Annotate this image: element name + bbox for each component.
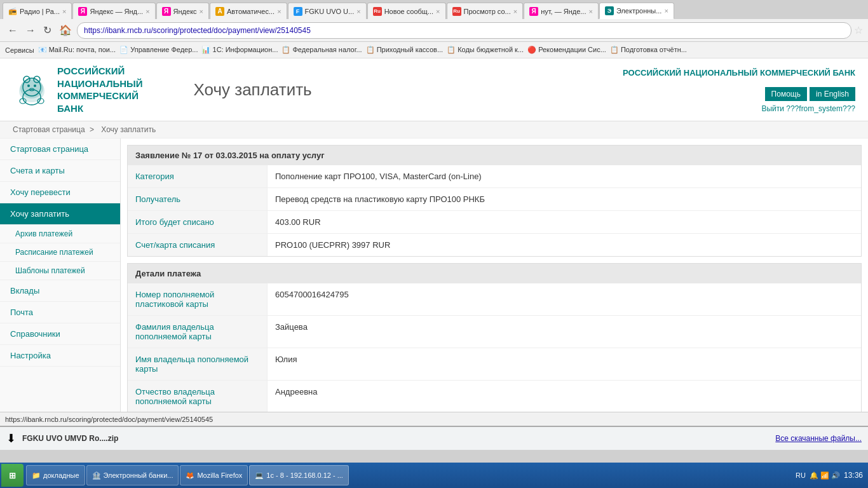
tab-close[interactable]: × — [588, 8, 592, 15]
taskbar-item-firefox[interactable]: 🦊 Mozilla Firefox — [180, 465, 248, 485]
sidebar-item-pay[interactable]: Хочу заплатить — [0, 203, 120, 225]
taskbar-item-label: Электронный банки... — [104, 471, 173, 479]
tab-label: нут, — Янде... — [541, 8, 586, 15]
bookmark-nalog[interactable]: 📋 Федеральная налог... — [281, 46, 362, 54]
logout-link[interactable]: Выйти ???from_system??? — [761, 104, 855, 113]
tab-close[interactable]: × — [513, 8, 517, 15]
tab-favicon: Я — [162, 7, 171, 16]
details-value-cardnum: 6054700016424795 — [268, 283, 861, 315]
tab-close[interactable]: × — [277, 8, 281, 15]
home-button[interactable]: 🏠 — [57, 23, 74, 37]
tab-yandex2[interactable]: Я Яндекс × — [156, 3, 209, 19]
bookmark-1c[interactable]: 📊 1С: Информацион... — [201, 46, 278, 54]
tab-msg[interactable]: Ru Новое сообщ... × — [367, 3, 446, 19]
details-section: Детали платежа Номер пополняемой пластик… — [127, 263, 862, 412]
sidebar-item-home[interactable]: Стартовая страница — [0, 139, 120, 160]
taskbar-item-ebank[interactable]: 🏦 Электронный банки... — [86, 465, 179, 485]
tab-favicon: А — [215, 7, 224, 16]
page-content: РОССИЙСКИЙ НАЦИОНАЛЬНЫЙ КОММЕРЧЕСКИЙ БАН… — [0, 58, 868, 412]
reload-button[interactable]: ↻ — [41, 23, 54, 37]
tab-label: Электронны... — [616, 7, 662, 15]
tab-close[interactable]: × — [436, 8, 440, 15]
taskbar-items: 📁 докладные 🏦 Электронный банки... 🦊 Moz… — [24, 464, 790, 487]
help-button[interactable]: Помощь — [765, 87, 807, 101]
tab-yandex1[interactable]: Я Яндекс — Янд... × — [72, 3, 155, 19]
sidebar-item-ref[interactable]: Справочники — [0, 323, 120, 345]
details-row-firstname: Имя владельца пополняемой карты Юлия — [128, 348, 861, 381]
tab-close[interactable]: × — [146, 8, 149, 15]
page-title: Хочу заплатить — [194, 80, 312, 100]
tab-auto[interactable]: А Автоматичес... × — [210, 3, 287, 19]
tab-close[interactable]: × — [356, 8, 360, 15]
breadcrumb-separator: > — [90, 125, 94, 134]
tab-favicon: 📻 — [8, 7, 17, 16]
content-area: Стартовая страница Счета и карты Хочу пе… — [0, 139, 868, 412]
bookmark-star[interactable]: ☆ — [854, 24, 863, 36]
tab-close[interactable]: × — [200, 8, 203, 15]
download-filename: FGKU UVO UMVD Ro....zip — [22, 434, 118, 443]
bookmark-mail[interactable]: 📧 Mail.Ru: почта, пои... — [38, 46, 116, 54]
tab-favicon: F — [294, 7, 302, 16]
bookmark-kody[interactable]: 📋 Коды бюджетной к... — [447, 46, 524, 54]
address-input[interactable] — [77, 22, 851, 39]
bank-name-header: РОССИЙСКИЙ НАЦИОНАЛЬНЫЙ КОММЕРЧЕСКИЙ БАН… — [623, 68, 855, 78]
sidebar-item-schedule[interactable]: Расписание платежей — [0, 243, 120, 262]
payment-label-category: Категория — [128, 165, 268, 187]
sidebar-item-accounts[interactable]: Счета и карты — [0, 160, 120, 182]
tab-view[interactable]: Ru Просмотр со... × — [447, 3, 524, 19]
details-header: Детали платежа — [128, 264, 861, 283]
breadcrumb-home[interactable]: Стартовая страница — [13, 125, 85, 134]
tab-bar: 📻 Радио | Ра... × Я Яндекс — Янд... × Я … — [0, 0, 868, 19]
payment-value-account: PRO100 (UECPRR) 3997 RUR — [268, 234, 861, 256]
back-button[interactable]: ← — [5, 24, 20, 37]
taskbar-item-label: докладные — [43, 471, 79, 479]
tray-icons: 🔔 📶 🔊 — [810, 471, 840, 480]
bank-logo-icon — [13, 71, 51, 109]
taskbar-item-1c[interactable]: 💻 1с - 8 - 192.168.0.12 - ... — [249, 465, 348, 485]
tab-label: Новое сообщ... — [384, 8, 433, 15]
bookmark-podg[interactable]: 📋 Подготовка отчётн... — [610, 46, 687, 54]
tab-label: Автоматичес... — [227, 8, 275, 15]
bookmark-prih[interactable]: 📋 Приходный кассов... — [366, 46, 444, 54]
sidebar-item-templates[interactable]: Шаблоны платежей — [0, 262, 120, 280]
taskbar-item-label: 1с - 8 - 192.168.0.12 - ... — [266, 471, 342, 479]
tab-close[interactable]: × — [664, 7, 668, 15]
breadcrumb-current: Хочу заплатить — [101, 125, 156, 134]
tab-nut[interactable]: Я нут, — Янде... × — [524, 3, 599, 19]
tab-label: Просмотр со... — [464, 8, 511, 15]
sidebar-item-deposits[interactable]: Вклады — [0, 280, 120, 302]
taskbar-item-icon: 💻 — [255, 471, 264, 480]
sidebar-item-settings[interactable]: Настройка — [0, 345, 120, 367]
tab-ebank[interactable]: Э Электронны... × — [599, 3, 674, 19]
payment-header: Заявление № 17 от 03.03.2015 на оплату у… — [128, 146, 861, 165]
download-link[interactable]: Все скачанные файлы... — [775, 434, 862, 443]
bookmark-recom[interactable]: 🔴 Рекомендации Сис... — [527, 46, 606, 54]
header-buttons: Помощь in English — [765, 87, 855, 101]
english-button[interactable]: in English — [810, 87, 855, 101]
taskbar-item-icon: 🏦 — [92, 471, 101, 480]
forward-button[interactable]: → — [23, 24, 38, 37]
payment-row-account: Счет/карта списания PRO100 (UECPRR) 3997… — [128, 234, 861, 256]
taskbar: ⊞ 📁 докладные 🏦 Электронный банки... 🦊 M… — [0, 463, 868, 488]
details-value-patronymic: Андреевна — [268, 381, 861, 412]
payment-label-total: Итого будет списано — [128, 211, 268, 233]
payment-value-recipient: Перевод средств на пластиковую карту ПРО… — [268, 188, 861, 210]
taskbar-item-docs[interactable]: 📁 докладные — [26, 465, 85, 485]
tab-label: Радио | Ра... — [20, 8, 60, 15]
payment-section: Заявление № 17 от 03.03.2015 на оплату у… — [127, 145, 862, 257]
bookmarks-bar: Сервисы 📧 Mail.Ru: почта, пои... 📄 Управ… — [0, 42, 868, 58]
main-content: Заявление № 17 от 03.03.2015 на оплату у… — [121, 139, 868, 412]
bookmark-services[interactable]: Сервисы — [5, 46, 34, 54]
details-label-lastname: Фамилия владельца пополняемой карты — [128, 316, 268, 348]
bookmark-uprav[interactable]: 📄 Управление Федер... — [119, 46, 198, 54]
start-button[interactable]: ⊞ — [1, 464, 24, 487]
tray-lang[interactable]: RU — [796, 471, 806, 479]
tab-radio[interactable]: 📻 Радио | Ра... × — [3, 3, 72, 19]
sidebar-item-transfer[interactable]: Хочу перевести — [0, 182, 120, 203]
tab-close[interactable]: × — [62, 8, 66, 15]
tab-favicon: Я — [529, 7, 538, 16]
downloads-bar: ⬇ FGKU UVO UMVD Ro....zip Все скачанные … — [0, 426, 868, 450]
sidebar-item-archive[interactable]: Архив платежей — [0, 225, 120, 243]
tab-fgku[interactable]: F FGKU UVO U... × — [288, 3, 367, 19]
sidebar-item-mail[interactable]: Почта — [0, 302, 120, 323]
